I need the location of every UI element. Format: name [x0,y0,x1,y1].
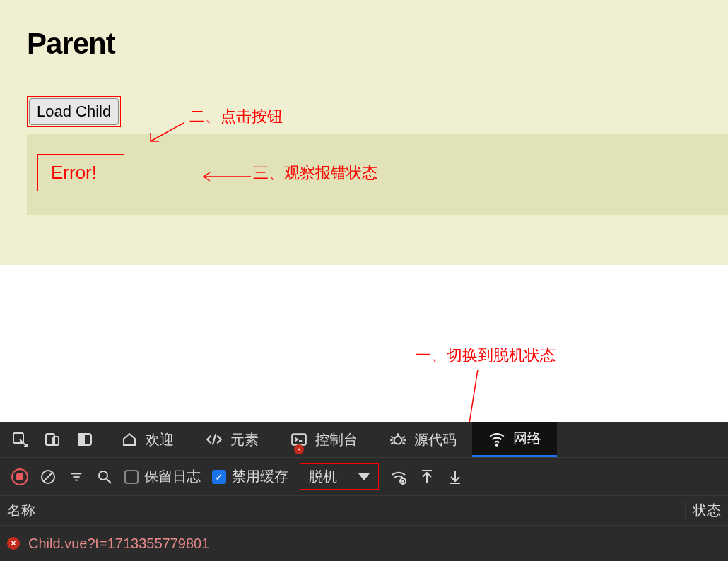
button-row: Load Child [27,96,701,127]
tab-elements[interactable]: 元素 [189,422,274,457]
tab-welcome[interactable]: 欢迎 [105,422,189,457]
svg-line-21 [44,473,52,481]
throttling-value: 脱机 [309,467,337,486]
search-icon[interactable] [96,468,113,485]
svg-line-26 [107,479,111,483]
download-icon[interactable] [447,468,464,485]
tab-welcome-label: 欢迎 [146,430,174,449]
svg-point-25 [99,471,107,480]
svg-line-8 [213,434,216,444]
demo-page-area: Parent Load Child Error! 三、观察报错状态 [0,0,728,265]
device-toggle-icon[interactable] [44,431,61,448]
home-icon [120,430,139,449]
svg-point-11 [394,437,402,444]
tab-console-label: 控制台 [315,430,358,449]
error-message: Error! [37,154,124,191]
preserve-log-checkbox[interactable]: 保留日志 [124,467,201,486]
tab-console[interactable]: 控制台 × [274,422,373,457]
column-name[interactable]: 名称 [0,501,686,520]
disable-cache-checkbox[interactable]: ✓ 禁用缓存 [212,467,288,486]
network-toolbar: 保留日志 ✓ 禁用缓存 脱机 [0,457,728,495]
error-icon: × [7,537,20,550]
error-badge-icon: × [294,444,304,454]
sidebar-toggle-icon[interactable] [76,431,93,448]
svg-line-16 [403,442,405,444]
svg-rect-9 [292,434,306,444]
highlight-box: Load Child [27,96,121,127]
annotation-one: 一、切换到脱机状态 [416,345,556,366]
annotation-three: 三、观察报错状态 [253,163,377,184]
tab-elements-label: 元素 [230,430,259,449]
tab-network-label: 网络 [513,429,541,448]
arrow-icon [200,170,252,184]
load-child-button[interactable]: Load Child [29,98,119,125]
network-request-row[interactable]: × Child.vue?t=1713355779801 [0,526,728,561]
page-title: Parent [27,27,701,61]
svg-line-13 [391,437,393,438]
chevron-down-icon [358,473,370,480]
disable-cache-label: 禁用缓存 [232,467,288,486]
tab-network[interactable]: 网络 [472,422,557,457]
svg-rect-7 [78,434,84,445]
upload-icon[interactable] [418,468,435,485]
devtools-panel: 欢迎 元素 控制台 × 源代码 网络 [0,422,728,561]
request-name: Child.vue?t=1713355779801 [28,536,209,552]
child-container: Error! 三、观察报错状态 [27,134,728,215]
record-button[interactable] [11,468,28,485]
checkbox-unchecked-icon [124,470,139,484]
svg-line-1 [151,123,184,141]
bug-icon [389,430,407,449]
clear-icon[interactable] [40,468,57,485]
inspect-element-icon[interactable] [11,431,28,448]
network-column-headers: 名称 状态 [0,495,728,525]
devtools-tabs: 欢迎 元素 控制台 × 源代码 网络 [0,422,728,457]
checkbox-checked-icon: ✓ [212,470,226,484]
code-icon [205,430,223,449]
throttling-select[interactable]: 脱机 [300,463,379,490]
preserve-log-label: 保留日志 [144,467,201,486]
svg-point-19 [496,444,498,445]
annotation-two: 二、点击按钮 [189,106,283,127]
tab-source[interactable]: 源代码 [373,422,472,457]
filter-icon[interactable] [68,468,85,485]
column-status[interactable]: 状态 [686,501,728,520]
network-request-list: × Child.vue?t=1713355779801 [0,525,728,561]
network-settings-icon[interactable] [390,468,407,485]
arrow-icon [145,119,187,147]
svg-point-28 [402,480,404,482]
svg-line-15 [391,442,393,444]
svg-line-14 [403,437,405,438]
wifi-icon [488,430,506,448]
tab-source-label: 源代码 [414,430,457,449]
